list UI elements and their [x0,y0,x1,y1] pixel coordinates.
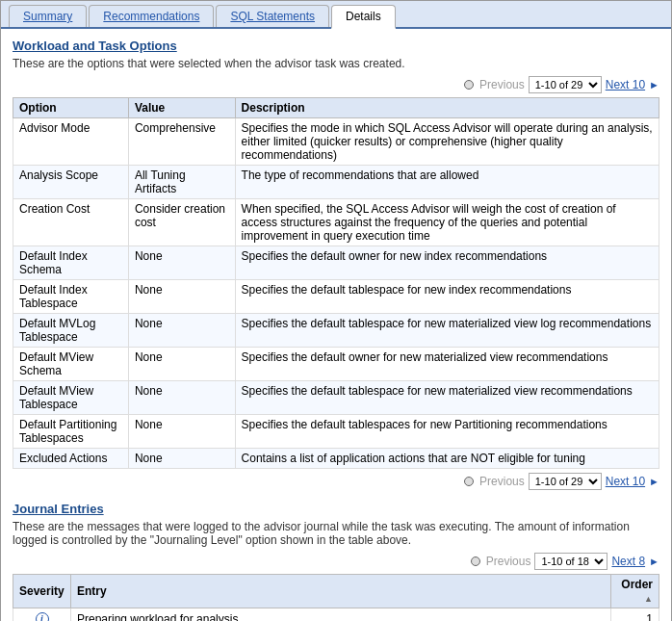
table-row: Default Index Schema None Specifies the … [13,246,659,280]
description-cell: The type of recommendations that are all… [235,166,659,199]
tab-summary[interactable]: Summary [9,5,87,27]
previous-label-bottom: Previous [479,475,525,488]
value-cell: Comprehensive [128,118,235,166]
value-cell: All Tuning Artifacts [128,166,235,199]
option-cell: Default Index Schema [13,246,129,280]
description-cell: Specifies the default tablespace for new… [235,280,659,314]
table-row: Default MVLog Tablespace None Specifies … [13,314,659,348]
table-row: Advisor Mode Comprehensive Specifies the… [13,118,659,166]
next-arrow-top[interactable]: ► [649,79,659,91]
workload-table: Option Value Description Advisor Mode Co… [13,97,659,469]
col-option: Option [13,98,129,118]
table-row: Analysis Scope All Tuning Artifacts The … [13,166,659,199]
tabs-bar: Summary Recommendations SQL Statements D… [1,1,671,29]
tab-sql-statements[interactable]: SQL Statements [216,5,329,27]
severity-cell: i [13,608,71,622]
option-cell: Default MView Schema [13,348,129,381]
option-cell: Default Partitioning Tablespaces [13,415,129,449]
journal-table: Severity Entry Order ▲ i Preparing workl… [13,574,659,621]
col-value: Value [128,98,235,118]
value-cell: None [128,246,235,280]
option-cell: Default Index Tablespace [13,280,129,314]
page-select-top[interactable]: 1-10 of 29 [529,76,602,93]
previous-radio-bottom [464,477,474,486]
next-link-bottom[interactable]: Next 10 [606,475,645,488]
value-cell: None [128,415,235,449]
journal-pagination: Previous 1-10 of 18 Next 8 ► [13,553,659,570]
previous-label-top: Previous [479,78,525,91]
journal-next-link[interactable]: Next 8 [611,555,645,568]
tab-details[interactable]: Details [331,5,396,29]
option-cell: Default MView Tablespace [13,381,129,415]
order-cell: 1 [611,608,659,622]
journal-page-select[interactable]: 1-10 of 18 [534,553,607,570]
col-description: Description [235,98,659,118]
next-link-top[interactable]: Next 10 [606,78,645,91]
option-cell: Advisor Mode [13,118,129,166]
table-row: i Preparing workload for analysis 1 [13,608,659,622]
journal-previous-radio [471,556,480,566]
value-cell: None [128,348,235,381]
description-cell: Specifies the default owner for new mate… [235,348,659,381]
journal-next-arrow[interactable]: ► [649,556,659,567]
value-cell: None [128,449,235,469]
workload-desc: These are the options that were selected… [13,57,659,70]
entry-cell: Preparing workload for analysis [71,608,611,622]
description-cell: Specifies the mode in which SQL Access A… [235,118,659,166]
journal-previous-label: Previous [486,555,531,568]
description-cell: Specifies the default owner for new inde… [235,246,659,280]
col-severity: Severity [13,575,71,608]
option-cell: Creation Cost [13,199,129,246]
col-entry: Entry [71,575,611,608]
description-cell: Contains a list of application actions t… [235,449,659,469]
table-row: Default Index Tablespace None Specifies … [13,280,659,314]
workload-pagination-top: Previous 1-10 of 29 Next 10 ► [13,76,659,93]
journal-section: Journal Entries These are the messages t… [13,502,659,621]
journal-title: Journal Entries [13,502,659,516]
option-cell: Analysis Scope [13,166,129,199]
table-row: Creation Cost Consider creation cost Whe… [13,199,659,246]
workload-title: Workload and Task Options [13,39,659,53]
table-row: Default Partitioning Tablespaces None Sp… [13,415,659,449]
order-sort-arrow: ▲ [644,594,653,604]
value-cell: None [128,314,235,348]
main-container: Summary Recommendations SQL Statements D… [0,0,672,621]
description-cell: Specifies the default tablespace for new… [235,314,659,348]
description-cell: Specifies the default tablespaces for ne… [235,415,659,449]
previous-radio-top [464,80,474,90]
page-select-bottom[interactable]: 1-10 of 29 [529,473,602,490]
tab-recommendations[interactable]: Recommendations [89,5,214,27]
value-cell: None [128,280,235,314]
workload-section: Workload and Task Options These are the … [13,39,659,490]
table-row: Excluded Actions None Contains a list of… [13,449,659,469]
info-icon: i [36,612,49,621]
next-arrow-bottom[interactable]: ► [649,476,659,487]
journal-desc: These are the messages that were logged … [13,520,659,547]
value-cell: Consider creation cost [128,199,235,246]
description-cell: When specified, the SQL Access Advisor w… [235,199,659,246]
col-order: Order ▲ [611,575,659,608]
workload-pagination-bottom: Previous 1-10 of 29 Next 10 ► [13,473,659,490]
option-cell: Default MVLog Tablespace [13,314,129,348]
content-area: Workload and Task Options These are the … [1,29,671,621]
table-row: Default MView Tablespace None Specifies … [13,381,659,415]
option-cell: Excluded Actions [13,449,129,469]
value-cell: None [128,381,235,415]
description-cell: Specifies the default tablespace for new… [235,381,659,415]
table-row: Default MView Schema None Specifies the … [13,348,659,381]
